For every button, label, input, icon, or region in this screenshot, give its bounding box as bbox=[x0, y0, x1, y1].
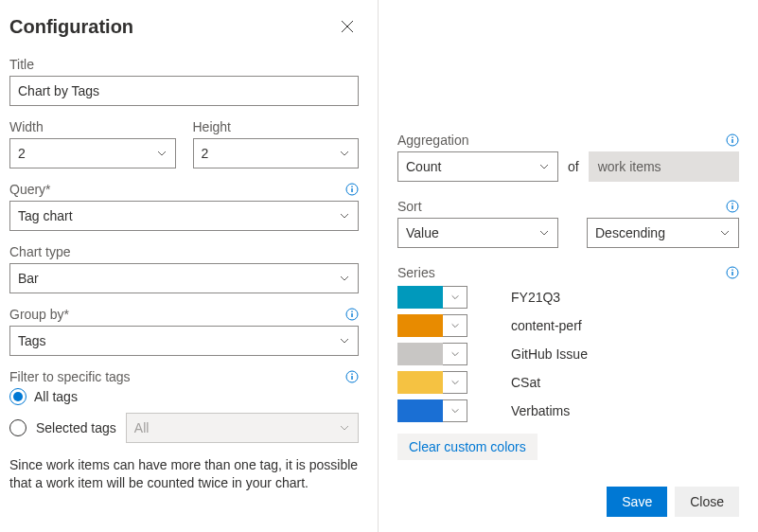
color-picker[interactable] bbox=[397, 343, 467, 365]
sort-direction-select[interactable]: Descending bbox=[587, 218, 739, 248]
height-field: Height 2 bbox=[193, 119, 360, 168]
selected-tags-select: All bbox=[126, 413, 359, 443]
chevron-down-icon bbox=[339, 335, 350, 346]
sort-field-value: Value bbox=[406, 225, 439, 240]
chevron-down-icon bbox=[719, 227, 731, 239]
chevron-down-icon bbox=[339, 148, 350, 159]
dialog-footer: Save Close bbox=[607, 487, 739, 517]
close-button[interactable]: Close bbox=[675, 487, 739, 517]
series-name: FY21Q3 bbox=[511, 290, 560, 305]
group-by-label: Group by* bbox=[9, 307, 69, 322]
aggregation-row: Count of work items bbox=[397, 151, 739, 182]
group-by-field: Group by* Tags bbox=[9, 307, 359, 356]
series-name: GitHub Issue bbox=[511, 346, 588, 362]
sort-direction-value: Descending bbox=[595, 225, 665, 240]
group-by-select[interactable]: Tags bbox=[9, 326, 359, 356]
selected-tags-label: Selected tags bbox=[36, 420, 116, 435]
chevron-down-icon bbox=[443, 343, 467, 365]
configuration-dialog: Configuration Title Width 2 Height 2 bbox=[0, 0, 758, 532]
chevron-down-icon bbox=[443, 286, 467, 309]
color-picker[interactable] bbox=[397, 286, 467, 309]
selected-tags-placeholder: All bbox=[134, 420, 150, 435]
query-field: Query* Tag chart bbox=[9, 182, 359, 231]
query-value: Tag chart bbox=[18, 208, 73, 223]
right-pane: Aggregation Count of work items Sort Val… bbox=[379, 0, 758, 532]
query-label-row: Query* bbox=[9, 182, 359, 197]
svg-rect-14 bbox=[732, 204, 732, 204]
chevron-down-icon bbox=[339, 422, 350, 434]
close-icon[interactable] bbox=[336, 15, 359, 38]
tag-count-note: Since work items can have more than one … bbox=[9, 456, 359, 492]
series-name: Verbatims bbox=[511, 403, 570, 418]
filter-tags-field: Filter to specific tags All tags Selecte… bbox=[9, 369, 359, 443]
svg-rect-11 bbox=[732, 137, 732, 138]
svg-rect-10 bbox=[732, 139, 732, 143]
color-swatch bbox=[397, 286, 443, 309]
filter-label-row: Filter to specific tags bbox=[9, 369, 359, 384]
color-swatch bbox=[397, 343, 443, 365]
dialog-title: Configuration bbox=[9, 16, 133, 38]
series-item: FY21Q3 bbox=[397, 286, 739, 309]
svg-rect-16 bbox=[732, 272, 732, 275]
svg-rect-17 bbox=[732, 270, 732, 271]
height-select[interactable]: 2 bbox=[193, 138, 360, 168]
info-icon[interactable] bbox=[345, 183, 359, 196]
color-picker[interactable] bbox=[397, 371, 467, 394]
clear-custom-colors-button[interactable]: Clear custom colors bbox=[397, 434, 538, 460]
radio-icon bbox=[9, 419, 26, 436]
info-icon[interactable] bbox=[726, 200, 739, 213]
sort-field-select[interactable]: Value bbox=[397, 218, 558, 248]
group-by-label-row: Group by* bbox=[9, 307, 359, 322]
sort-label-row: Sort bbox=[397, 199, 739, 214]
title-label: Title bbox=[9, 57, 359, 72]
series-name: content-perf bbox=[511, 318, 582, 333]
header-row: Configuration bbox=[9, 15, 359, 38]
width-value: 2 bbox=[18, 146, 26, 161]
selected-tags-option[interactable]: Selected tags All bbox=[9, 413, 359, 443]
chevron-down-icon bbox=[443, 314, 467, 337]
width-select[interactable]: 2 bbox=[9, 138, 176, 168]
save-button[interactable]: Save bbox=[607, 487, 667, 517]
info-icon[interactable] bbox=[345, 370, 359, 383]
height-label: Height bbox=[193, 119, 360, 134]
chevron-down-icon bbox=[443, 399, 467, 422]
chevron-down-icon bbox=[339, 273, 350, 284]
chevron-down-icon bbox=[339, 210, 350, 222]
svg-rect-4 bbox=[351, 313, 352, 317]
chevron-down-icon bbox=[443, 371, 467, 394]
svg-rect-5 bbox=[351, 311, 352, 312]
group-by-value: Tags bbox=[18, 333, 46, 348]
aggregation-select[interactable]: Count bbox=[397, 151, 558, 182]
radio-icon bbox=[9, 388, 26, 405]
chevron-down-icon bbox=[538, 227, 550, 239]
width-label: Width bbox=[9, 119, 176, 134]
width-field: Width 2 bbox=[9, 119, 176, 168]
title-input[interactable] bbox=[9, 76, 359, 106]
title-field: Title bbox=[9, 57, 359, 106]
aggregation-value: Count bbox=[406, 159, 441, 174]
color-swatch bbox=[397, 371, 443, 394]
series-label-row: Series bbox=[397, 265, 739, 280]
height-value: 2 bbox=[202, 146, 209, 161]
filter-label: Filter to specific tags bbox=[9, 369, 131, 384]
info-icon[interactable] bbox=[726, 266, 739, 279]
aggregation-label-row: Aggregation bbox=[397, 133, 739, 148]
chart-type-select[interactable]: Bar bbox=[9, 263, 359, 293]
chart-type-field: Chart type Bar bbox=[9, 244, 359, 293]
svg-rect-2 bbox=[351, 186, 352, 187]
color-picker[interactable] bbox=[397, 314, 467, 337]
chart-type-label: Chart type bbox=[9, 244, 359, 259]
all-tags-option[interactable]: All tags bbox=[9, 388, 359, 405]
sort-label: Sort bbox=[397, 199, 422, 214]
svg-rect-1 bbox=[351, 188, 352, 192]
svg-rect-8 bbox=[351, 374, 352, 375]
info-icon[interactable] bbox=[726, 133, 739, 147]
info-icon[interactable] bbox=[345, 308, 359, 321]
query-select[interactable]: Tag chart bbox=[9, 201, 359, 231]
of-label: of bbox=[568, 159, 579, 174]
color-swatch bbox=[397, 399, 443, 422]
svg-rect-7 bbox=[351, 376, 352, 380]
dimensions-row: Width 2 Height 2 bbox=[9, 119, 359, 168]
color-picker[interactable] bbox=[397, 399, 467, 422]
series-item: content-perf bbox=[397, 314, 739, 337]
